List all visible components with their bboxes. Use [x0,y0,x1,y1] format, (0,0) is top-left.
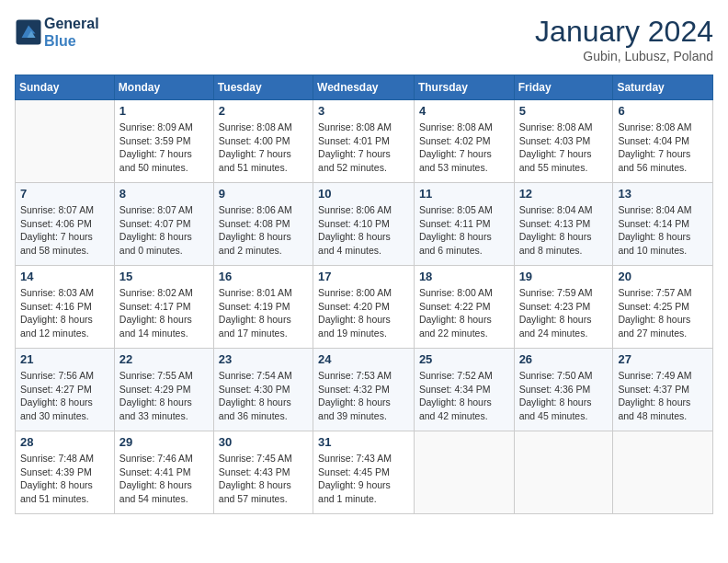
day-number: 28 [20,435,109,449]
day-info: Sunrise: 7:45 AMSunset: 4:43 PMDaylight:… [219,452,308,506]
day-number: 12 [519,187,609,201]
day-info: Sunrise: 7:49 AMSunset: 4:37 PMDaylight:… [618,369,708,423]
logo-text-blue: Blue [44,32,99,50]
day-info: Sunrise: 7:53 AMSunset: 4:32 PMDaylight:… [318,369,409,423]
day-info: Sunrise: 7:57 AMSunset: 4:25 PMDaylight:… [618,286,708,340]
weekday-header-row: SundayMondayTuesdayWednesdayThursdayFrid… [16,75,713,100]
day-cell: 25Sunrise: 7:52 AMSunset: 4:34 PMDayligh… [414,349,514,431]
day-cell: 10Sunrise: 8:06 AMSunset: 4:10 PMDayligh… [313,183,415,266]
day-number: 5 [519,104,609,118]
weekday-header-wednesday: Wednesday [313,75,415,100]
day-number: 10 [318,187,409,201]
day-info: Sunrise: 7:55 AMSunset: 4:29 PMDaylight:… [119,369,209,423]
day-cell: 15Sunrise: 8:02 AMSunset: 4:17 PMDayligh… [114,266,213,349]
day-number: 20 [618,270,708,283]
day-info: Sunrise: 8:03 AMSunset: 4:16 PMDaylight:… [20,286,109,340]
day-info: Sunrise: 8:06 AMSunset: 4:10 PMDaylight:… [318,203,409,258]
day-cell: 12Sunrise: 8:04 AMSunset: 4:13 PMDayligh… [514,183,613,266]
day-cell: 7Sunrise: 8:07 AMSunset: 4:06 PMDaylight… [16,183,115,266]
day-cell [514,431,613,514]
day-cell: 3Sunrise: 8:08 AMSunset: 4:01 PMDaylight… [313,100,415,183]
day-cell: 8Sunrise: 8:07 AMSunset: 4:07 PMDaylight… [114,183,213,266]
day-number: 30 [219,435,308,449]
day-number: 27 [618,352,708,366]
day-info: Sunrise: 7:50 AMSunset: 4:36 PMDaylight:… [519,369,609,423]
day-number: 6 [618,104,708,118]
month-title: January 2024 [535,15,713,49]
day-cell: 26Sunrise: 7:50 AMSunset: 4:36 PMDayligh… [514,349,613,431]
day-number: 3 [318,104,409,118]
day-cell: 2Sunrise: 8:08 AMSunset: 4:00 PMDaylight… [213,100,313,183]
week-row-4: 21Sunrise: 7:56 AMSunset: 4:27 PMDayligh… [16,349,713,431]
day-cell: 21Sunrise: 7:56 AMSunset: 4:27 PMDayligh… [16,349,115,431]
weekday-header-sunday: Sunday [16,75,115,100]
logo: General Blue [15,15,99,50]
day-number: 22 [119,352,209,366]
day-info: Sunrise: 8:05 AMSunset: 4:11 PMDaylight:… [419,203,509,258]
day-cell [414,431,514,514]
day-number: 26 [519,352,609,366]
day-cell [16,100,115,183]
day-info: Sunrise: 8:07 AMSunset: 4:07 PMDaylight:… [119,203,209,258]
weekday-header-saturday: Saturday [613,75,713,100]
page-header: General Blue January 2024 Gubin, Lubusz,… [15,15,713,63]
day-info: Sunrise: 7:46 AMSunset: 4:41 PMDaylight:… [119,452,209,506]
day-info: Sunrise: 8:07 AMSunset: 4:06 PMDaylight:… [20,203,109,258]
day-number: 9 [219,187,308,201]
weekday-header-tuesday: Tuesday [213,75,313,100]
day-info: Sunrise: 8:04 AMSunset: 4:14 PMDaylight:… [618,203,708,258]
day-cell: 9Sunrise: 8:06 AMSunset: 4:08 PMDaylight… [213,183,313,266]
week-row-1: 1Sunrise: 8:09 AMSunset: 3:59 PMDaylight… [16,100,713,183]
day-cell: 23Sunrise: 7:54 AMSunset: 4:30 PMDayligh… [213,349,313,431]
day-cell: 19Sunrise: 7:59 AMSunset: 4:23 PMDayligh… [514,266,613,349]
day-cell: 14Sunrise: 8:03 AMSunset: 4:16 PMDayligh… [16,266,115,349]
day-info: Sunrise: 7:43 AMSunset: 4:45 PMDaylight:… [318,452,409,506]
day-number: 7 [20,187,109,201]
day-number: 15 [119,270,209,283]
logo-icon [15,18,42,46]
day-number: 11 [419,187,509,201]
day-cell [613,431,713,514]
day-cell: 1Sunrise: 8:09 AMSunset: 3:59 PMDaylight… [114,100,213,183]
day-number: 29 [119,435,209,449]
day-info: Sunrise: 7:59 AMSunset: 4:23 PMDaylight:… [519,286,609,340]
day-info: Sunrise: 8:08 AMSunset: 4:04 PMDaylight:… [618,121,708,175]
day-number: 21 [20,352,109,366]
day-info: Sunrise: 7:54 AMSunset: 4:30 PMDaylight:… [219,369,308,423]
day-cell: 17Sunrise: 8:00 AMSunset: 4:20 PMDayligh… [313,266,415,349]
week-row-5: 28Sunrise: 7:48 AMSunset: 4:39 PMDayligh… [16,431,713,514]
day-info: Sunrise: 8:04 AMSunset: 4:13 PMDaylight:… [519,203,609,258]
day-number: 24 [318,352,409,366]
day-info: Sunrise: 8:00 AMSunset: 4:22 PMDaylight:… [419,286,509,340]
day-info: Sunrise: 8:09 AMSunset: 3:59 PMDaylight:… [119,121,209,175]
location: Gubin, Lubusz, Poland [535,49,713,63]
day-info: Sunrise: 8:08 AMSunset: 4:02 PMDaylight:… [419,121,509,175]
day-info: Sunrise: 8:08 AMSunset: 4:00 PMDaylight:… [219,121,308,175]
day-info: Sunrise: 8:01 AMSunset: 4:19 PMDaylight:… [219,286,308,340]
day-number: 1 [119,104,209,118]
day-number: 8 [119,187,209,201]
day-info: Sunrise: 8:02 AMSunset: 4:17 PMDaylight:… [119,286,209,340]
day-cell: 5Sunrise: 8:08 AMSunset: 4:03 PMDaylight… [514,100,613,183]
day-number: 23 [219,352,308,366]
day-number: 25 [419,352,509,366]
day-info: Sunrise: 7:48 AMSunset: 4:39 PMDaylight:… [20,452,109,506]
day-number: 4 [419,104,509,118]
day-cell: 29Sunrise: 7:46 AMSunset: 4:41 PMDayligh… [114,431,213,514]
day-cell: 28Sunrise: 7:48 AMSunset: 4:39 PMDayligh… [16,431,115,514]
day-info: Sunrise: 8:06 AMSunset: 4:08 PMDaylight:… [219,203,308,258]
day-number: 17 [318,270,409,283]
day-cell: 22Sunrise: 7:55 AMSunset: 4:29 PMDayligh… [114,349,213,431]
day-cell: 11Sunrise: 8:05 AMSunset: 4:11 PMDayligh… [414,183,514,266]
day-number: 16 [219,270,308,283]
day-info: Sunrise: 8:08 AMSunset: 4:03 PMDaylight:… [519,121,609,175]
weekday-header-monday: Monday [114,75,213,100]
title-block: January 2024 Gubin, Lubusz, Poland [535,15,713,63]
day-number: 2 [219,104,308,118]
day-cell: 20Sunrise: 7:57 AMSunset: 4:25 PMDayligh… [613,266,713,349]
day-number: 13 [618,187,708,201]
day-number: 18 [419,270,509,283]
day-cell: 16Sunrise: 8:01 AMSunset: 4:19 PMDayligh… [213,266,313,349]
day-info: Sunrise: 7:56 AMSunset: 4:27 PMDaylight:… [20,369,109,423]
calendar-table: SundayMondayTuesdayWednesdayThursdayFrid… [15,75,713,514]
